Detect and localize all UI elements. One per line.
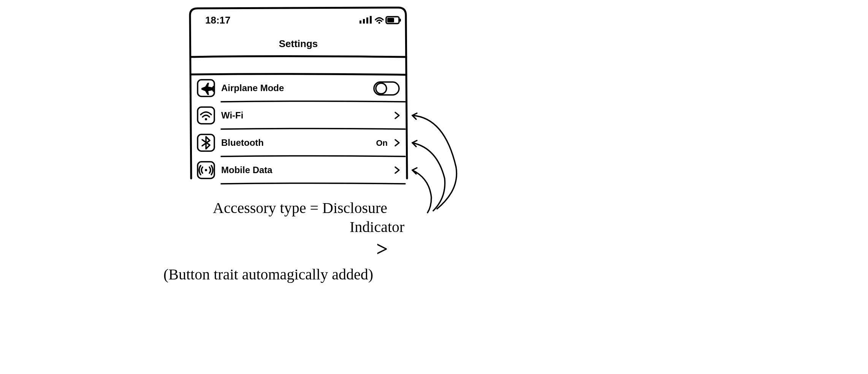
svg-rect-6 [387,18,394,22]
cellular-signal-icon [360,16,372,24]
settings-row-mobile-data[interactable]: Mobile Data [190,156,407,184]
svg-point-4 [379,22,380,24]
row-label: Bluetooth [221,137,264,148]
page-title: Settings [190,38,407,50]
svg-rect-0 [360,21,361,24]
annotation-line-1: Accessory type = Disclosure [213,199,387,217]
statusbar-time: 18:17 [205,14,231,26]
battery-status-icon [386,17,401,24]
wifi-status-icon [375,18,383,24]
svg-rect-7 [399,19,401,22]
row-label: Wi-Fi [221,110,243,121]
row-label: Airplane Mode [221,83,284,93]
annotation-line-3: (Button trait automagically added) [163,266,373,283]
annotation-arrows [412,113,456,213]
row-value: On [376,138,388,148]
annotation-chevron: > [376,237,388,261]
settings-row-wifi[interactable]: Wi-Fi [190,102,407,129]
settings-row-airplane[interactable]: Airplane Mode [190,74,407,102]
svg-rect-2 [366,17,368,24]
settings-row-bluetooth[interactable]: Bluetooth On [190,129,407,156]
svg-rect-3 [370,16,372,24]
svg-rect-1 [363,19,365,24]
row-label: Mobile Data [221,165,272,175]
annotation-line-2: Indicator [350,218,404,236]
